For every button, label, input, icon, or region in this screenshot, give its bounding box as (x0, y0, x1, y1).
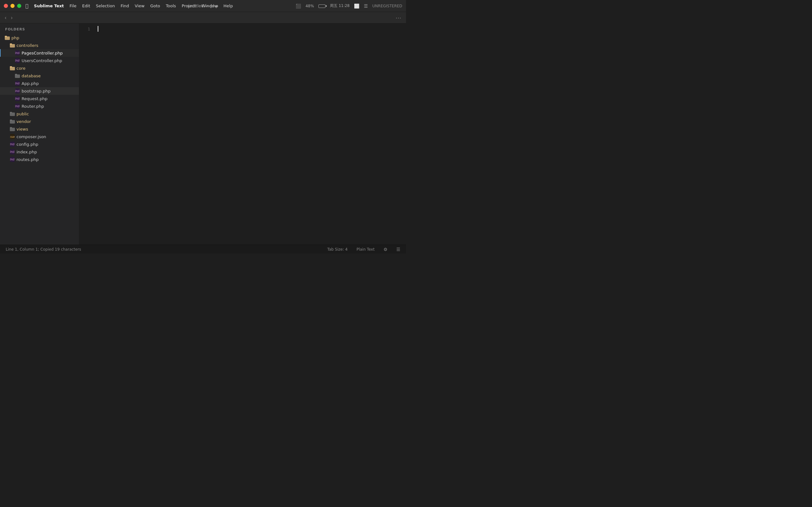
settings-icon[interactable]: ⚙ (382, 247, 389, 252)
app-name[interactable]: Sublime Text (34, 3, 64, 8)
tree-item-composer.json[interactable]: JSONcomposer.json (0, 133, 79, 140)
titlebar-right: ⬛ 48% 周五 11:28 ⬜ ☰ UNREGISTERED (296, 3, 402, 9)
file-icon-config.php: PHP (9, 141, 15, 147)
line-number-1: 1 (79, 26, 90, 33)
file-icon-database (14, 73, 20, 78)
file-icon-Request.php: PHP (14, 96, 20, 101)
tree-item-vendor[interactable]: vendor (0, 118, 79, 125)
menu-edit[interactable]: Edit (82, 3, 90, 8)
editor-area[interactable]: 1 (79, 23, 406, 245)
file-icon-routes.php: PHP (9, 157, 15, 162)
toolbar: ‹ › ⋯ (0, 12, 406, 23)
close-button[interactable] (4, 4, 8, 8)
notification-icon[interactable]: ⬜ (354, 3, 359, 9)
svg-rect-3 (10, 43, 12, 45)
tree-label-core: core (16, 66, 26, 71)
statusbar-left: Line 1, Column 1; Copied 19 characters (4, 247, 326, 251)
svg-rect-9 (10, 66, 12, 67)
tree-item-database[interactable]: database (0, 72, 79, 79)
file-icon-views (9, 126, 15, 132)
editor-content[interactable] (95, 23, 406, 245)
sidebar[interactable]: FOLDERS phpcontrollersPHPPagesController… (0, 23, 79, 245)
window-title: untitled — php (188, 3, 218, 8)
tree-label-views: views (16, 127, 28, 131)
battery-percent: 48% (305, 4, 314, 8)
svg-text:JSON: JSON (10, 135, 14, 138)
sidebar-header: FOLDERS (0, 23, 79, 34)
menu-tools[interactable]: Tools (166, 3, 176, 8)
svg-text:PHP: PHP (10, 143, 14, 146)
menu-find[interactable]: Find (120, 3, 129, 8)
tree-label-controllers: controllers (16, 43, 38, 48)
svg-text:PHP: PHP (10, 158, 14, 161)
tree-item-Router.php[interactable]: PHPRouter.php (0, 102, 79, 110)
menu-icon[interactable]: ☰ (395, 247, 402, 252)
svg-text:PHP: PHP (15, 97, 20, 101)
menu-file[interactable]: File (69, 3, 77, 8)
tree-label-UsersController.php: UsersController.php (21, 58, 62, 63)
tree-label-database: database (21, 73, 41, 78)
tree-label-PagesController.php: PagesController.php (21, 51, 63, 55)
file-icon-index.php: PHP (9, 149, 15, 155)
svg-text:PHP: PHP (15, 59, 20, 62)
tree-label-public: public (16, 112, 29, 116)
tree-item-index.php[interactable]: PHPindex.php (0, 148, 79, 156)
datetime: 周五 11:28 (330, 3, 350, 9)
cursor-position[interactable]: Line 1, Column 1; Copied 19 characters (4, 247, 83, 251)
tree-item-App.php[interactable]: PHPApp.php (0, 79, 79, 87)
file-icon-core (9, 65, 15, 71)
unregistered-label: UNREGISTERED (372, 4, 402, 8)
menu-selection[interactable]: Selection (96, 3, 115, 8)
svg-text:PHP: PHP (15, 52, 20, 55)
file-icon-bootstrap.php: PHP (14, 88, 20, 94)
titlebar:  Sublime Text File Edit Selection Find … (0, 0, 406, 12)
tree-label-routes.php: routes.php (16, 157, 39, 162)
tree-item-config.php[interactable]: PHPconfig.php (0, 140, 79, 148)
menu-help[interactable]: Help (223, 3, 233, 8)
svg-rect-23 (10, 119, 12, 121)
file-icon-vendor (9, 118, 15, 124)
tree-item-routes.php[interactable]: PHProutes.php (0, 156, 79, 163)
syntax-label[interactable]: Plain Text (355, 247, 376, 251)
more-button[interactable]: ⋯ (394, 14, 403, 22)
svg-text:PHP: PHP (15, 90, 20, 93)
tree-item-public[interactable]: public (0, 110, 79, 118)
file-icon-composer.json: JSON (9, 134, 15, 139)
main-layout: FOLDERS phpcontrollersPHPPagesController… (0, 23, 406, 245)
tree-item-php[interactable]: php (0, 34, 79, 42)
tree-item-bootstrap.php[interactable]: PHPbootstrap.php (0, 87, 79, 95)
tree-label-index.php: index.php (16, 150, 37, 154)
minimize-button[interactable] (10, 4, 14, 8)
tree-label-php: php (11, 36, 19, 40)
apple-menu[interactable]:  (26, 3, 28, 9)
tree-item-UsersController.php[interactable]: PHPUsersController.php (0, 57, 79, 64)
nav-back-button[interactable]: ‹ (3, 14, 8, 21)
tree-label-Router.php: Router.php (21, 104, 44, 109)
battery-icon (318, 4, 325, 8)
nav-forward-button[interactable]: › (9, 14, 14, 21)
tree-item-views[interactable]: views (0, 125, 79, 133)
tab-size[interactable]: Tab Size: 4 (326, 247, 349, 251)
tree-label-composer.json: composer.json (16, 134, 46, 139)
tree-item-PagesController.php[interactable]: PHPPagesController.php (0, 49, 79, 57)
text-cursor (98, 26, 98, 32)
svg-text:PHP: PHP (15, 82, 20, 85)
svg-rect-25 (10, 127, 12, 128)
maximize-button[interactable] (17, 4, 21, 8)
nav-buttons: ‹ › (3, 14, 14, 21)
menu-view[interactable]: View (135, 3, 145, 8)
line-numbers: 1 (79, 23, 95, 245)
tree-item-Request.php[interactable]: PHPRequest.php (0, 95, 79, 102)
menu-extra-icon[interactable]: ☰ (364, 3, 368, 9)
menu-goto[interactable]: Goto (150, 3, 160, 8)
tree-item-core[interactable]: core (0, 64, 79, 72)
tree-item-controllers[interactable]: controllers (0, 42, 79, 49)
svg-text:PHP: PHP (15, 105, 20, 108)
cursor-line (98, 26, 403, 32)
file-icon-public (9, 111, 15, 117)
tree-label-config.php: config.php (16, 142, 38, 147)
file-icon-controllers (9, 43, 15, 48)
svg-rect-1 (5, 36, 7, 37)
screen-icon: ⬛ (296, 3, 301, 9)
tree-label-Request.php: Request.php (21, 96, 48, 101)
